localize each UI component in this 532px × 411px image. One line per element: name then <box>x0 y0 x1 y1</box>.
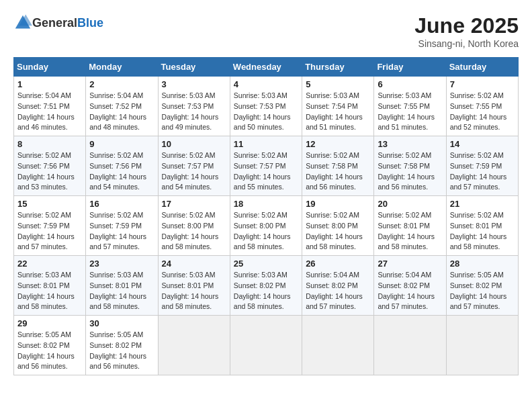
sunset-text: Sunset: 7:56 PM <box>89 162 142 170</box>
sunrise-text: Sunrise: 5:04 AM <box>89 91 143 99</box>
day-number: 2 <box>89 79 154 89</box>
day-number: 10 <box>162 139 226 149</box>
calendar-cell: 15 Sunrise: 5:02 AM Sunset: 7:59 PM Dayl… <box>14 196 86 256</box>
day-number: 25 <box>234 259 298 269</box>
sunset-text: Sunset: 7:59 PM <box>89 222 142 230</box>
sunset-text: Sunset: 7:58 PM <box>378 162 430 170</box>
sunset-text: Sunset: 7:55 PM <box>378 102 430 110</box>
sunrise-text: Sunrise: 5:02 AM <box>89 151 143 159</box>
month-title: June 2025 <box>414 13 519 38</box>
sunrise-text: Sunrise: 5:02 AM <box>162 211 216 219</box>
daylight-text: Daylight: 14 hours and 58 minutes. <box>162 232 219 251</box>
calendar-cell <box>158 316 230 375</box>
day-number: 26 <box>306 259 370 269</box>
daylight-text: Daylight: 14 hours and 55 minutes. <box>234 173 291 191</box>
day-number: 1 <box>17 79 82 89</box>
weekday-header: Sunday <box>14 58 86 77</box>
sunrise-text: Sunrise: 5:03 AM <box>162 271 216 279</box>
daylight-text: Daylight: 14 hours and 48 minutes. <box>89 113 146 132</box>
day-number: 18 <box>234 199 298 209</box>
calendar-cell <box>374 316 446 375</box>
day-info: Sunrise: 5:03 AM Sunset: 7:53 PM Dayligh… <box>162 91 226 133</box>
page-header: GeneralBlue June 2025 Sinsang-ni, North … <box>13 13 519 49</box>
day-number: 14 <box>450 139 515 149</box>
sunset-text: Sunset: 7:59 PM <box>17 222 70 230</box>
calendar-cell: 25 Sunrise: 5:03 AM Sunset: 8:02 PM Dayl… <box>230 256 302 316</box>
calendar-cell: 30 Sunrise: 5:05 AM Sunset: 8:02 PM Dayl… <box>86 316 158 375</box>
sunset-text: Sunset: 8:02 PM <box>450 281 502 289</box>
calendar-cell: 29 Sunrise: 5:05 AM Sunset: 8:02 PM Dayl… <box>14 316 86 375</box>
day-info: Sunrise: 5:02 AM Sunset: 7:58 PM Dayligh… <box>306 150 370 193</box>
day-info: Sunrise: 5:02 AM Sunset: 8:01 PM Dayligh… <box>378 210 442 253</box>
calendar-cell: 28 Sunrise: 5:05 AM Sunset: 8:02 PM Dayl… <box>446 256 518 316</box>
calendar-cell: 8 Sunrise: 5:02 AM Sunset: 7:56 PM Dayli… <box>14 136 86 196</box>
day-number: 8 <box>17 139 82 149</box>
logo-general: General <box>32 16 77 30</box>
sunset-text: Sunset: 8:02 PM <box>89 341 142 349</box>
sunrise-text: Sunrise: 5:03 AM <box>378 91 431 99</box>
day-number: 29 <box>17 318 82 328</box>
sunset-text: Sunset: 8:01 PM <box>17 281 70 289</box>
sunrise-text: Sunrise: 5:02 AM <box>162 151 216 159</box>
day-number: 12 <box>306 139 370 149</box>
day-number: 22 <box>17 259 82 269</box>
day-number: 30 <box>89 318 154 328</box>
calendar-cell: 2 Sunrise: 5:04 AM Sunset: 7:52 PM Dayli… <box>86 77 158 136</box>
calendar-cell: 22 Sunrise: 5:03 AM Sunset: 8:01 PM Dayl… <box>14 256 86 316</box>
calendar-header: SundayMondayTuesdayWednesdayThursdayFrid… <box>14 58 519 77</box>
day-number: 19 <box>306 199 370 209</box>
sunrise-text: Sunrise: 5:05 AM <box>89 330 143 338</box>
sunset-text: Sunset: 7:58 PM <box>306 162 358 170</box>
calendar-cell: 26 Sunrise: 5:04 AM Sunset: 8:02 PM Dayl… <box>302 256 374 316</box>
daylight-text: Daylight: 14 hours and 50 minutes. <box>234 113 291 132</box>
day-number: 6 <box>378 79 442 89</box>
day-info: Sunrise: 5:05 AM Sunset: 8:02 PM Dayligh… <box>17 330 82 372</box>
sunset-text: Sunset: 7:56 PM <box>17 162 70 170</box>
sunrise-text: Sunrise: 5:02 AM <box>450 91 504 99</box>
daylight-text: Daylight: 14 hours and 56 minutes. <box>306 173 363 191</box>
day-number: 24 <box>162 259 226 269</box>
daylight-text: Daylight: 14 hours and 58 minutes. <box>234 292 291 311</box>
calendar-cell: 20 Sunrise: 5:02 AM Sunset: 8:01 PM Dayl… <box>374 196 446 256</box>
daylight-text: Daylight: 14 hours and 56 minutes. <box>17 352 75 371</box>
calendar-cell: 3 Sunrise: 5:03 AM Sunset: 7:53 PM Dayli… <box>158 77 230 136</box>
day-number: 21 <box>450 199 515 209</box>
daylight-text: Daylight: 14 hours and 58 minutes. <box>234 232 291 251</box>
day-info: Sunrise: 5:03 AM Sunset: 8:01 PM Dayligh… <box>162 270 226 312</box>
day-number: 7 <box>450 79 515 89</box>
sunset-text: Sunset: 8:02 PM <box>378 281 430 289</box>
sunset-text: Sunset: 7:57 PM <box>234 162 286 170</box>
weekday-header: Wednesday <box>230 58 302 77</box>
generalblue-icon <box>13 13 32 32</box>
calendar-cell: 7 Sunrise: 5:02 AM Sunset: 7:55 PM Dayli… <box>446 77 518 136</box>
daylight-text: Daylight: 14 hours and 53 minutes. <box>17 173 75 191</box>
day-info: Sunrise: 5:03 AM Sunset: 8:01 PM Dayligh… <box>89 270 154 312</box>
day-info: Sunrise: 5:02 AM Sunset: 7:59 PM Dayligh… <box>17 210 82 253</box>
sunrise-text: Sunrise: 5:02 AM <box>89 211 143 219</box>
daylight-text: Daylight: 14 hours and 46 minutes. <box>17 113 75 132</box>
calendar-cell: 21 Sunrise: 5:02 AM Sunset: 8:01 PM Dayl… <box>446 196 518 256</box>
daylight-text: Daylight: 14 hours and 58 minutes. <box>162 292 219 311</box>
daylight-text: Daylight: 14 hours and 58 minutes. <box>89 292 146 311</box>
day-number: 28 <box>450 259 515 269</box>
daylight-text: Daylight: 14 hours and 56 minutes. <box>378 173 435 191</box>
daylight-text: Daylight: 14 hours and 57 minutes. <box>306 292 363 311</box>
sunrise-text: Sunrise: 5:02 AM <box>306 211 359 219</box>
sunset-text: Sunset: 8:02 PM <box>17 341 70 349</box>
sunrise-text: Sunrise: 5:03 AM <box>17 271 71 279</box>
sunset-text: Sunset: 8:02 PM <box>306 281 358 289</box>
sunrise-text: Sunrise: 5:04 AM <box>17 91 71 99</box>
weekday-header: Monday <box>86 58 158 77</box>
calendar-row: 29 Sunrise: 5:05 AM Sunset: 8:02 PM Dayl… <box>14 316 519 375</box>
calendar-cell: 16 Sunrise: 5:02 AM Sunset: 7:59 PM Dayl… <box>86 196 158 256</box>
day-info: Sunrise: 5:02 AM Sunset: 7:56 PM Dayligh… <box>89 150 154 193</box>
day-number: 9 <box>89 139 154 149</box>
sunrise-text: Sunrise: 5:03 AM <box>306 91 359 99</box>
sunrise-text: Sunrise: 5:02 AM <box>450 211 504 219</box>
calendar-row: 15 Sunrise: 5:02 AM Sunset: 7:59 PM Dayl… <box>14 196 519 256</box>
sunset-text: Sunset: 7:57 PM <box>162 162 214 170</box>
day-number: 5 <box>306 79 370 89</box>
weekday-header: Tuesday <box>158 58 230 77</box>
sunrise-text: Sunrise: 5:03 AM <box>89 271 143 279</box>
day-number: 16 <box>89 199 154 209</box>
